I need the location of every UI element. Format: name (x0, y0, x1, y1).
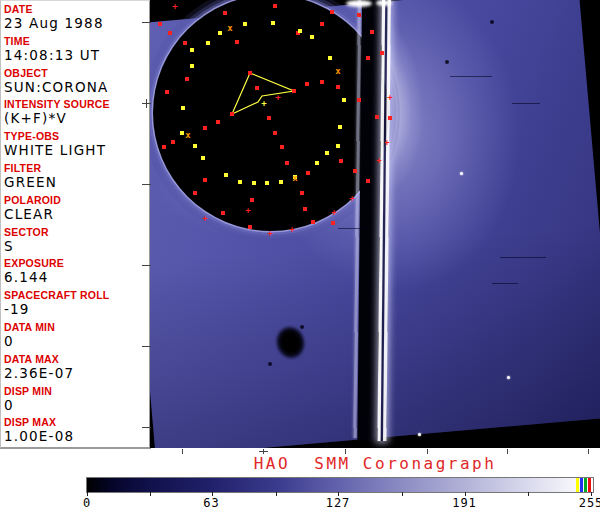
field-label: DISP MAX (4, 414, 149, 428)
metadata-field: TYPE-OBSWHITE LIGHT (1, 128, 149, 160)
metadata-field: DATA MIN0 (1, 319, 149, 351)
red-marker-dot (162, 145, 166, 149)
field-value: S (4, 238, 149, 255)
colorbar-tick (150, 492, 151, 496)
yellow-marker-dot (298, 29, 302, 33)
field-label: POLAROID (4, 192, 149, 206)
red-marker-dot (305, 82, 309, 86)
marker-layer: ++++++++++++xxxx (150, 0, 600, 448)
red-marker-dot (250, 198, 254, 202)
frame-tick (142, 427, 151, 428)
orange-marker-x: x (334, 67, 343, 76)
field-label: EXPOSURE (4, 255, 149, 269)
red-marker-dot (303, 207, 307, 211)
red-marker-plus: + (375, 156, 384, 165)
field-value: CLEAR (4, 206, 149, 223)
red-marker-dot (306, 171, 310, 175)
field-label: DISP MIN (4, 383, 149, 397)
metadata-field: SPACECRAFT ROLL-19 (1, 287, 149, 319)
yellow-marker-dot (190, 64, 194, 68)
yellow-marker-dot (315, 161, 319, 165)
colorbar-gradient (87, 478, 593, 492)
metadata-field: POLAROIDCLEAR (1, 192, 149, 224)
metadata-field: SECTORS (1, 224, 149, 256)
red-marker-dot (357, 13, 361, 17)
red-marker-dot (366, 179, 370, 183)
frame-tick (345, 449, 346, 454)
field-value: GREEN (4, 174, 149, 191)
red-marker-dot (168, 31, 172, 35)
red-marker-plus: + (266, 229, 275, 238)
frame-tick (182, 449, 183, 454)
red-marker-dot (336, 85, 340, 89)
frame-tick (427, 449, 428, 454)
field-label: TIME (4, 33, 149, 47)
yellow-marker-dot (243, 22, 247, 26)
red-marker-dot (292, 89, 296, 93)
red-marker-dot (339, 159, 343, 163)
red-marker-plus: + (244, 206, 253, 215)
frame-tick (588, 449, 589, 454)
field-value: 2.36E-07 (4, 365, 149, 382)
metadata-field: TIME14:08:13 UT (1, 33, 149, 65)
red-marker-dot (331, 221, 335, 225)
colorbar-marker-stripe (588, 478, 591, 492)
yellow-marker-dot (193, 144, 197, 148)
red-marker-dot (203, 126, 207, 130)
red-marker-dot (388, 116, 392, 120)
red-marker-dot (370, 30, 374, 34)
colorbar-tick (276, 492, 277, 496)
red-marker-dot (193, 191, 197, 195)
yellow-marker-dot (265, 181, 269, 185)
field-label: SPACECRAFT ROLL (4, 287, 149, 301)
red-marker-dot (221, 211, 225, 215)
field-value: -19 (4, 301, 149, 318)
red-marker-dot (185, 77, 189, 81)
red-marker-dot (248, 225, 252, 229)
field-value: 6.144 (4, 269, 149, 286)
yellow-marker-dot (336, 144, 340, 148)
field-label: FILTER (4, 160, 149, 174)
red-marker-plus: + (386, 93, 395, 102)
metadata-field: EXPOSURE6.144 (1, 255, 149, 287)
frame-plus-tick (259, 451, 268, 452)
red-marker-dot (311, 220, 315, 224)
field-value: SUN:CORONA (4, 79, 149, 96)
red-marker-dot (273, 131, 277, 135)
yellow-marker-dot (279, 180, 283, 184)
orange-marker-x: x (291, 174, 300, 183)
field-label: DATA MIN (4, 319, 149, 333)
colorbar (86, 477, 594, 493)
red-marker-dot (320, 80, 324, 84)
colorbar-tick-label: 191 (445, 496, 485, 510)
field-value: WHITE LIGHT (4, 142, 149, 159)
metadata-field: DATE23 Aug 1988 (1, 1, 149, 33)
yellow-marker-dot (224, 173, 228, 177)
red-marker-dot (280, 145, 284, 149)
red-marker-dot (366, 56, 370, 60)
red-marker-dot (235, 40, 239, 44)
field-label: DATA MAX (4, 351, 149, 365)
yellow-marker-dot (325, 151, 329, 155)
yellow-marker-dot (342, 98, 346, 102)
field-value: 14:08:13 UT (4, 47, 149, 64)
red-marker-dot (380, 51, 384, 55)
field-value: 0 (4, 333, 149, 350)
colorbar-marker-stripe (584, 478, 587, 492)
coronagraph-image[interactable]: ++++++++++++xxxx (150, 0, 600, 448)
field-value: 1.00E-08 (4, 428, 149, 445)
field-label: INTENSITY SOURCE (4, 96, 149, 110)
red-marker-dot (300, 191, 304, 195)
red-marker-dot (267, 116, 271, 120)
red-marker-plus: + (348, 194, 357, 203)
yellow-marker-dot (328, 56, 332, 60)
frame-tick (142, 265, 151, 266)
red-marker-dot (171, 140, 175, 144)
colorbar-axis: 063127191255 (87, 492, 593, 512)
smm-coronagraph-viewer: DATE23 Aug 1988TIME14:08:13 UTOBJECTSUN:… (0, 0, 600, 512)
red-marker-dot (230, 112, 234, 116)
field-label: TYPE-OBS (4, 128, 149, 142)
red-marker-plus: + (383, 138, 392, 147)
colorbar-marker-stripe (580, 478, 583, 492)
red-marker-dot (158, 22, 162, 26)
